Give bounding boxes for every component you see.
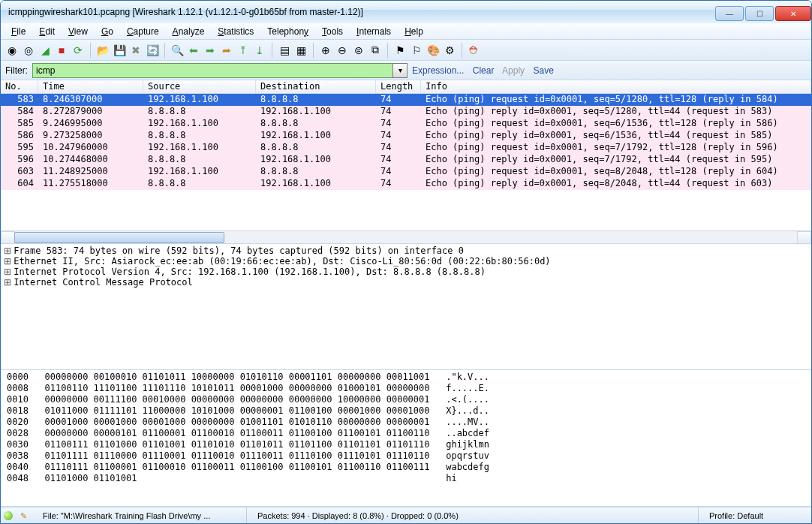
- zoom-in-icon[interactable]: ⊕: [319, 44, 332, 57]
- find-icon[interactable]: 🔍: [170, 44, 184, 57]
- statusbar: ✎ File: "M:\Wireshark Training Flash Dri…: [1, 507, 811, 523]
- filter-label: Filter:: [5, 65, 28, 76]
- colorize-icon[interactable]: ▤: [278, 44, 291, 57]
- go-first-icon[interactable]: ⤒: [236, 44, 250, 57]
- status-stats: Packets: 994 · Displayed: 8 (0.8%) · Dro…: [251, 507, 699, 523]
- stop-capture-icon[interactable]: ■: [55, 44, 68, 57]
- autoscroll-icon[interactable]: ▦: [294, 44, 308, 57]
- packet-row[interactable]: 5859.246995000192.168.1.1008.8.8.874Echo…: [1, 118, 811, 130]
- hex-line[interactable]: 0010 00000000 00111100 00010000 00000000…: [7, 394, 805, 405]
- packet-row[interactable]: 5838.246307000192.168.1.1008.8.8.874Echo…: [1, 94, 811, 106]
- minimize-button[interactable]: —: [715, 6, 744, 21]
- packet-list-hscroll[interactable]: [1, 230, 811, 243]
- menu-analyze[interactable]: Analyze: [167, 25, 211, 38]
- options-icon[interactable]: ◎: [22, 44, 35, 57]
- maximize-button[interactable]: ☐: [745, 6, 774, 21]
- col-no[interactable]: No.: [1, 80, 38, 93]
- go-last-icon[interactable]: ⤓: [253, 44, 266, 57]
- detail-tree-item[interactable]: Ethernet II, Src: Asiarock_ec:ee:ab (00:…: [4, 256, 808, 267]
- col-source[interactable]: Source: [143, 80, 256, 93]
- col-length[interactable]: Length: [376, 80, 421, 93]
- hex-line[interactable]: 0040 01110111 01100001 01100010 01100011…: [7, 462, 805, 473]
- preferences-icon[interactable]: ⚙: [443, 44, 456, 57]
- toolbar-separator: [462, 43, 462, 58]
- expression-link[interactable]: Expression...: [412, 65, 464, 76]
- interfaces-icon[interactable]: ◉: [5, 44, 19, 57]
- apply-link[interactable]: Apply: [502, 65, 525, 76]
- go-to-icon[interactable]: ➦: [220, 44, 233, 57]
- hex-line[interactable]: 0020 00001000 00001000 00001000 00000000…: [7, 417, 805, 428]
- menu-edit[interactable]: Edit: [33, 25, 61, 38]
- packet-bytes-pane[interactable]: 0000 00000000 00100010 01101011 10000000…: [1, 370, 811, 507]
- toolbar-separator: [90, 43, 91, 58]
- menu-go[interactable]: Go: [95, 25, 119, 38]
- col-time[interactable]: Time: [38, 80, 143, 93]
- display-filters-icon[interactable]: ⚐: [410, 44, 423, 57]
- expert-info-icon[interactable]: [4, 511, 13, 520]
- packet-row[interactable]: 60411.2755180008.8.8.8192.168.1.10074Ech…: [1, 178, 811, 190]
- detail-tree-item[interactable]: Frame 583: 74 bytes on wire (592 bits), …: [4, 245, 808, 256]
- save-icon[interactable]: 💾: [113, 44, 126, 57]
- reload-icon[interactable]: 🔄: [146, 44, 159, 57]
- scrollbar-thumb[interactable]: [14, 232, 224, 243]
- zoom-reset-icon[interactable]: ⊜: [352, 44, 365, 57]
- close-button[interactable]: ✕: [775, 6, 811, 21]
- menu-telephony[interactable]: Telephony: [261, 25, 314, 38]
- clear-link[interactable]: Clear: [473, 65, 495, 76]
- packet-row[interactable]: 5848.2728790008.8.8.8192.168.1.10074Echo…: [1, 106, 811, 118]
- close-file-icon[interactable]: ✖: [129, 44, 143, 57]
- window-title: icmppingwireshark101.pcapng [Wireshark 1…: [8, 7, 714, 17]
- capture-filters-icon[interactable]: ⚑: [393, 44, 407, 57]
- open-icon[interactable]: 📂: [96, 44, 110, 57]
- toolbar-separator: [313, 43, 314, 58]
- go-forward-icon[interactable]: ➡: [203, 44, 217, 57]
- menu-file[interactable]: File: [5, 25, 32, 38]
- packet-list-header[interactable]: No. Time Source Destination Length Info: [1, 80, 811, 94]
- zoom-out-icon[interactable]: ⊖: [335, 44, 349, 57]
- hex-line[interactable]: 0030 01100111 01101000 01101001 01101010…: [7, 439, 805, 450]
- window-controls: — ☐ ✕: [714, 3, 811, 21]
- packet-list-body[interactable]: 5838.246307000192.168.1.1008.8.8.874Echo…: [1, 94, 811, 230]
- status-file: File: "M:\Wireshark Training Flash Drive…: [37, 507, 247, 523]
- col-info[interactable]: Info: [421, 80, 811, 93]
- edit-capture-comment-icon[interactable]: ✎: [20, 511, 29, 520]
- packet-list-pane: No. Time Source Destination Length Info …: [1, 80, 811, 244]
- packet-row[interactable]: 60311.248925000192.168.1.1008.8.8.874Ech…: [1, 166, 811, 178]
- save-link[interactable]: Save: [533, 65, 553, 76]
- status-profile[interactable]: Profile: Default: [703, 507, 808, 523]
- packet-row[interactable]: 5869.2732580008.8.8.8192.168.1.10074Echo…: [1, 130, 811, 142]
- filter-dropdown-button[interactable]: ▾: [392, 63, 408, 78]
- menu-view[interactable]: View: [62, 25, 94, 38]
- detail-tree-item[interactable]: Internet Control Message Protocol: [4, 277, 808, 288]
- toolbar-separator: [272, 43, 272, 58]
- help-icon[interactable]: ⛑: [468, 44, 481, 57]
- go-back-icon[interactable]: ⬅: [187, 44, 200, 57]
- menu-statistics[interactable]: Statistics: [212, 25, 260, 38]
- titlebar[interactable]: icmppingwireshark101.pcapng [Wireshark 1…: [1, 1, 811, 23]
- toolbar-separator: [387, 43, 388, 58]
- col-destination[interactable]: Destination: [256, 80, 376, 93]
- filter-links: Expression... Clear Apply Save: [412, 65, 560, 76]
- filter-combo: ▾: [32, 63, 408, 78]
- filter-input[interactable]: [32, 63, 392, 78]
- menu-help[interactable]: Help: [398, 25, 429, 38]
- menu-tools[interactable]: Tools: [316, 25, 349, 38]
- hex-line[interactable]: 0048 01101000 01101001 hi: [7, 473, 805, 484]
- hex-line[interactable]: 0000 00000000 00100010 01101011 10000000…: [7, 372, 805, 383]
- coloring-rules-icon[interactable]: 🎨: [426, 44, 440, 57]
- hex-line[interactable]: 0018 01011000 01111101 11000000 10101000…: [7, 405, 805, 417]
- start-capture-icon[interactable]: ◢: [38, 44, 52, 57]
- hex-line[interactable]: 0008 01100110 11101100 11101110 10101011…: [7, 383, 805, 394]
- menu-capture[interactable]: Capture: [121, 25, 165, 38]
- hex-line[interactable]: 0038 01101111 01110000 01110001 01110010…: [7, 450, 805, 462]
- hex-line[interactable]: 0028 00000000 00000101 01100001 01100010…: [7, 428, 805, 439]
- resize-columns-icon[interactable]: ⧉: [368, 44, 382, 57]
- filter-toolbar: Filter: ▾ Expression... Clear Apply Save: [1, 61, 811, 80]
- restart-capture-icon[interactable]: ⟳: [71, 44, 85, 57]
- packet-details-pane[interactable]: Frame 583: 74 bytes on wire (592 bits), …: [1, 244, 811, 370]
- main-toolbar: ◉ ◎ ◢ ■ ⟳ 📂 💾 ✖ 🔄 🔍 ⬅ ➡ ➦ ⤒ ⤓ ▤ ▦ ⊕ ⊖ ⊜ …: [1, 40, 811, 61]
- detail-tree-item[interactable]: Internet Protocol Version 4, Src: 192.16…: [4, 267, 808, 277]
- packet-row[interactable]: 59510.247960000192.168.1.1008.8.8.874Ech…: [1, 142, 811, 154]
- menu-internals[interactable]: Internals: [350, 25, 397, 38]
- packet-row[interactable]: 59610.2744680008.8.8.8192.168.1.10074Ech…: [1, 154, 811, 166]
